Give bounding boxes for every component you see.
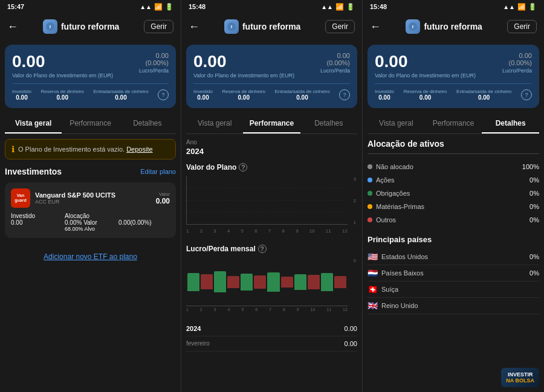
gerir-button-1[interactable]: Gerir: [144, 20, 173, 33]
tab-performance-1[interactable]: Performance: [62, 113, 118, 133]
fund-name-1: Vanguard S&P 500 UCITS: [35, 191, 151, 199]
balance-left-1: 0.00 Valor do Plano de Investimento em (…: [12, 52, 113, 79]
status-icons-1: ▲▲ 📶 🔋: [140, 3, 173, 11]
deposite-link-1[interactable]: Deposite: [126, 146, 152, 153]
alloc-left-1: Ações: [368, 176, 395, 184]
reserve-1: Reserva de dinheiro 0.00: [40, 89, 84, 101]
balance-left-3: 0.00 Valor do Plano de Investimento em (…: [375, 52, 476, 79]
tab-performance-3[interactable]: Performance: [425, 113, 482, 133]
alloc-left-4: Outros: [368, 216, 396, 223]
editar-plano-link-1[interactable]: Editar plano: [140, 168, 176, 175]
balance-change-pct-3: (0.00%): [502, 59, 532, 66]
perf-row-label-2024: 2024: [186, 325, 201, 332]
balance-label-3: Valor do Plano de Investimento em (EUR): [375, 72, 476, 79]
alloc-row-3: Matérias-Primas 0%: [368, 200, 539, 213]
help-icon-2[interactable]: ?: [339, 89, 350, 100]
bar-2: [201, 258, 213, 306]
country-left-1: 🇳🇱 Países Baixos: [368, 268, 424, 278]
alloc-pct-3: 0%: [529, 203, 539, 210]
time-3: 15:48: [370, 3, 387, 10]
alloc-dot-4: [368, 217, 372, 222]
bar-4: [227, 258, 239, 306]
nav-bar-1: ← f futuro reforma Gerir: [0, 13, 181, 40]
countries-title: Principais países: [368, 235, 539, 244]
invested-1: Investido 0.00: [12, 89, 31, 101]
alloc-dot-1: [368, 178, 372, 182]
tab-detalhes-1[interactable]: Detalhes: [119, 113, 176, 133]
tab-vista-geral-2[interactable]: Vista geral: [186, 113, 243, 133]
valor-help-icon[interactable]: ?: [239, 163, 247, 172]
country-label-2: Suíça: [381, 286, 398, 293]
bar-3: [214, 258, 226, 306]
fund-sub-1: ACC EUR: [35, 199, 151, 205]
flag-2: 🇨🇭: [368, 284, 378, 294]
x-labels-line: 123456789101112: [186, 227, 348, 235]
nav-title-text-3: futuro reforma: [424, 22, 482, 31]
balance-value-3: 0.00: [375, 52, 476, 71]
investment-header-1: Vanguard Vanguard S&P 500 UCITS ACC EUR …: [11, 188, 170, 208]
add-etf-link-1[interactable]: Adicionar novo ETF ao plano: [5, 243, 176, 271]
alloc-left-3: Matérias-Primas: [368, 203, 424, 210]
alloc-row-0: Não alocado 100%: [368, 160, 539, 173]
alloc-dot-3: [368, 204, 372, 209]
flag-3: 🇬🇧: [368, 301, 378, 310]
country-label-0: Estados Unidos: [381, 253, 428, 260]
gerir-button-2[interactable]: Gerir: [325, 20, 355, 33]
alloc-pct-4: 0%: [529, 216, 539, 223]
valor-title: Valor do Plano ?: [186, 163, 357, 172]
flag-0: 🇺🇸: [368, 252, 378, 262]
balance-change-label-2: Lucro/Perda: [320, 68, 350, 74]
bar-1: [187, 258, 199, 306]
bar-12: [334, 258, 346, 306]
help-icon-3[interactable]: ?: [521, 89, 532, 100]
perf-content-2: Ano 2024 Valor do Plano ? 3 2 1: [181, 134, 362, 392]
balance-card-2: 0.00 Valor do Plano de Investimento em (…: [186, 45, 357, 108]
invested-3: Investido 0.00: [375, 89, 394, 101]
back-button-2[interactable]: ←: [189, 21, 199, 33]
inv-investido-1: Investido 0.00: [11, 213, 62, 232]
nav-title-text-2: futuro reforma: [242, 22, 300, 31]
lucro-help-icon[interactable]: ?: [258, 245, 267, 253]
perf-table: 2024 0.00 fevereiro 0.00: [186, 321, 357, 352]
tab-vista-geral-3[interactable]: Vista geral: [368, 113, 425, 133]
perf-row-2024: 2024 0.00: [186, 321, 357, 336]
fund-value-num-1: 0.00: [156, 197, 170, 205]
balance-right-1: 0.00 (0.00%) Lucro/Perda: [139, 52, 169, 74]
status-icons-2: ▲▲ 📶 🔋: [321, 3, 355, 11]
watermark: INVESTIR NA BOLSA: [501, 368, 539, 387]
investment-details-1: Investido 0.00 Alocação 0.00% Valor 68.0…: [11, 213, 170, 232]
tab-detalhes-2[interactable]: Detalhes: [300, 113, 357, 133]
country-pct-0: 0%: [529, 253, 539, 260]
details-content: Alocação de ativos Não alocado 100% Açõe…: [363, 134, 544, 392]
panel-performance: 15:48 ▲▲ 📶 🔋 ← f futuro reforma Gerir 0.…: [181, 0, 363, 392]
bar-5: [241, 258, 253, 306]
balance-divider-3: [375, 83, 532, 84]
line-chart-container: 3 2 1 123456789101112: [186, 176, 357, 235]
tab-vista-geral-1[interactable]: Vista geral: [5, 113, 62, 133]
nav-title-1: f futuro reforma: [43, 19, 119, 34]
country-row-3: 🇬🇧 Reino Unido: [368, 298, 539, 314]
alloc-left-2: Obrigações: [368, 190, 410, 197]
nav-logo-2: f: [224, 19, 239, 34]
balance-label-1: Valor do Plano de Investimento em (EUR): [12, 72, 113, 79]
cashflow-value-1: 0.00: [93, 94, 148, 101]
status-bar-3: 15:48 ▲▲ 📶 🔋: [363, 0, 544, 13]
back-button-3[interactable]: ←: [370, 21, 381, 33]
back-button-1[interactable]: ←: [7, 21, 18, 33]
balance-change-label-3: Lucro/Perda: [502, 68, 532, 74]
country-left-2: 🇨🇭 Suíça: [368, 284, 398, 294]
gerir-button-3[interactable]: Gerir: [507, 20, 537, 33]
balance-label-2: Valor do Plano de Investimento em (EUR): [193, 72, 294, 79]
watermark-line2: NA BOLSA: [506, 378, 534, 384]
tab-performance-2[interactable]: Performance: [243, 113, 300, 133]
balance-card-3: 0.00 Valor do Plano de Investimento em (…: [368, 45, 539, 108]
help-icon-1[interactable]: ?: [158, 89, 169, 100]
content-1: ℹ O Plano de Investimento está vazio. De…: [0, 134, 181, 392]
lucro-title: Lucro/Perda mensal ?: [186, 245, 357, 253]
signal-icon-3: ▲▲: [503, 4, 515, 10]
tabs-3: Vista geral Performance Detalhes: [368, 113, 539, 134]
tab-detalhes-3[interactable]: Detalhes: [482, 113, 539, 133]
watermark-line1: INVESTIR: [506, 371, 534, 378]
nav-bar-3: ← f futuro reforma Gerir: [363, 13, 544, 40]
balance-details-3: Investido 0.00 Reserva de dinheiro 0.00 …: [375, 89, 532, 101]
